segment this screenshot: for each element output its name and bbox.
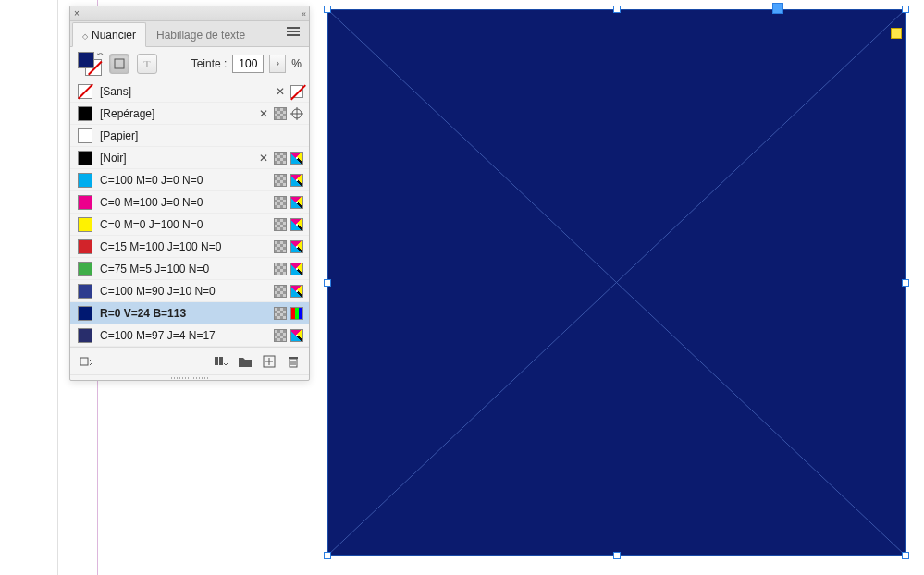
swatch-row[interactable]: C=0 M=0 J=100 N=0	[70, 214, 309, 236]
swatches-panel: × ‹‹ ◇Nuancier Habillage de texte ⤺ T Te…	[69, 6, 310, 381]
swatch-row[interactable]: [Repérage]✕	[70, 103, 309, 125]
swatch-row[interactable]: C=100 M=0 J=0 N=0	[70, 169, 309, 191]
text-formatting-button[interactable]: T	[137, 54, 157, 74]
content-grabber[interactable]	[772, 3, 783, 14]
tab-label: Habillage de texte	[156, 29, 245, 42]
swatch-icons: ✕	[257, 107, 303, 120]
swatch-chip	[78, 195, 92, 210]
swatch-icons	[274, 285, 303, 298]
swatch-name: C=100 M=0 J=0 N=0	[100, 174, 266, 187]
updown-icon: ◇	[82, 32, 88, 41]
cmyk-icon	[290, 329, 303, 342]
panel-titlebar[interactable]: × ‹‹	[70, 6, 309, 21]
swatch-row[interactable]: C=100 M=90 J=10 N=0	[70, 280, 309, 302]
selection-handle[interactable]	[902, 279, 909, 287]
new-swatch-button[interactable]	[261, 353, 277, 370]
noedit-icon: ✕	[274, 85, 287, 98]
process-icon	[274, 174, 287, 187]
link-badge-icon[interactable]	[891, 28, 902, 39]
swap-icon[interactable]: ⤺	[97, 50, 104, 58]
panel-tabs: ◇Nuancier Habillage de texte	[70, 21, 309, 47]
rgb-icon	[290, 307, 303, 320]
process-icon	[274, 196, 287, 209]
noedit-icon: ✕	[257, 152, 270, 165]
swatch-options-button[interactable]	[213, 353, 229, 370]
tab-swatches[interactable]: ◇Nuancier	[72, 22, 146, 47]
selection-handle[interactable]	[902, 6, 909, 13]
selection-handle[interactable]	[324, 279, 331, 287]
swatch-chip	[78, 173, 92, 188]
swatch-icons: ✕	[257, 152, 303, 165]
selection-handle[interactable]	[902, 552, 909, 559]
cmyk-icon	[290, 240, 303, 253]
swatch-chip	[78, 84, 92, 99]
tab-text-wrap[interactable]: Habillage de texte	[146, 22, 255, 47]
show-swatch-types-button[interactable]	[78, 353, 94, 370]
placed-graphic	[327, 9, 906, 556]
process-icon	[274, 329, 287, 342]
cmyk-icon	[290, 218, 303, 231]
selection-handle[interactable]	[324, 6, 331, 13]
tint-arrow-button[interactable]: ›	[269, 55, 286, 73]
panel-menu-button[interactable]	[279, 19, 307, 46]
swatch-icons	[274, 263, 303, 275]
cmyk-icon	[290, 152, 303, 165]
swatch-row[interactable]: C=100 M=97 J=4 N=17	[70, 324, 309, 347]
process-icon	[274, 285, 287, 298]
swatch-name: C=0 M=0 J=100 N=0	[100, 218, 266, 231]
swatch-name: [Sans]	[100, 85, 266, 98]
new-icon	[263, 355, 276, 368]
tint-control: Teinte : › %	[191, 55, 302, 73]
process-icon	[274, 263, 287, 275]
tint-label: Teinte :	[191, 57, 228, 70]
swatch-row[interactable]: C=15 M=100 J=100 N=0	[70, 236, 309, 258]
resize-grip[interactable]	[70, 374, 309, 380]
swatch-chip	[78, 328, 92, 343]
options-icon	[215, 355, 228, 368]
swatch-row[interactable]: [Noir]✕	[70, 147, 309, 169]
swatch-icons	[274, 218, 303, 231]
close-icon[interactable]: ×	[74, 8, 80, 18]
panel-footer	[70, 347, 309, 374]
svg-rect-4	[80, 358, 88, 365]
container-formatting-button[interactable]	[109, 54, 129, 74]
swatch-name: [Noir]	[100, 152, 250, 165]
image-frame[interactable]	[327, 9, 906, 556]
swatch-chip	[78, 306, 92, 321]
swatch-row[interactable]: C=0 M=100 J=0 N=0	[70, 191, 309, 214]
swatch-chip	[78, 151, 92, 165]
selection-handle[interactable]	[613, 552, 621, 559]
selection-handle[interactable]	[324, 552, 331, 559]
swatch-row[interactable]: [Papier]	[70, 125, 309, 147]
swatch-row[interactable]: R=0 V=24 B=113	[70, 302, 309, 324]
trash-icon	[287, 355, 300, 368]
swatch-row[interactable]: C=75 M=5 J=100 N=0	[70, 258, 309, 280]
panel-toolbar: ⤺ T Teinte : › %	[70, 47, 309, 80]
swatch-type-icon	[80, 355, 92, 368]
fill-stroke-proxy[interactable]: ⤺	[78, 52, 102, 76]
menu-icon	[287, 25, 300, 38]
delete-swatch-button[interactable]	[285, 353, 302, 370]
swatch-icons	[274, 329, 303, 342]
svg-rect-8	[219, 361, 223, 365]
svg-rect-16	[289, 357, 298, 359]
new-group-button[interactable]	[237, 353, 253, 370]
swatch-icons	[274, 307, 303, 320]
tint-suffix: %	[291, 57, 302, 70]
swatch-row[interactable]: [Sans]✕	[70, 80, 309, 103]
process-icon	[274, 307, 287, 320]
tint-input[interactable]	[232, 55, 264, 73]
none-icon	[290, 85, 303, 98]
swatch-name: R=0 V=24 B=113	[100, 307, 266, 320]
swatch-name: C=0 M=100 J=0 N=0	[100, 196, 266, 209]
swatch-list: [Sans]✕[Repérage]✕[Papier][Noir]✕C=100 M…	[70, 80, 309, 347]
swatch-chip	[78, 128, 92, 143]
swatch-chip	[78, 106, 92, 121]
collapse-icon[interactable]: ‹‹	[302, 9, 305, 18]
noedit-icon: ✕	[257, 107, 270, 120]
swatch-name: [Papier]	[100, 129, 296, 142]
fill-swatch[interactable]	[78, 52, 94, 68]
selection-handle[interactable]	[613, 6, 621, 13]
swatch-name: C=15 M=100 J=100 N=0	[100, 240, 266, 253]
cmyk-icon	[290, 196, 303, 209]
